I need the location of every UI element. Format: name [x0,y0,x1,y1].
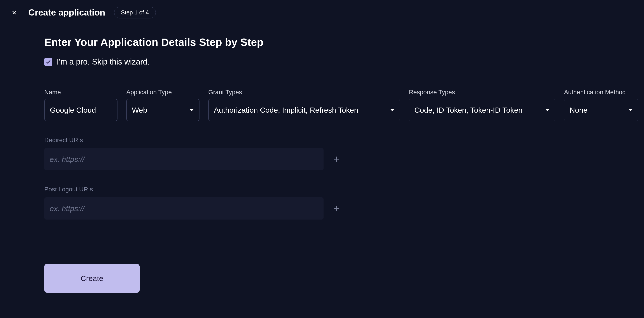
check-icon [46,59,51,65]
field-name-input[interactable] [44,99,118,121]
plus-icon [332,204,340,212]
redirect-uris-row [44,148,635,170]
field-auth-method-select[interactable]: None [564,99,638,121]
field-auth-method: Authentication Method None [564,89,638,121]
post-logout-uri-input[interactable] [44,197,324,219]
field-grant-types-select[interactable]: Authorization Code, Implicit, Refresh To… [208,99,400,121]
field-grant-types-value: Authorization Code, Implicit, Refresh To… [214,106,358,114]
redirect-uris-section: Redirect URIs [44,137,635,170]
page-title: Create application [28,8,105,18]
chevron-down-icon [628,109,633,111]
field-auth-method-label: Authentication Method [564,89,638,96]
chevron-down-icon [390,109,394,111]
field-name-label: Name [44,89,118,96]
post-logout-uris-label: Post Logout URIs [44,186,93,193]
step-badge: Step 1 of 4 [114,7,156,19]
skip-wizard-row: I'm a pro. Skip this wizard. [44,57,635,67]
add-post-logout-uri-button[interactable] [330,202,342,215]
field-response-types-label: Response Types [409,89,555,96]
field-auth-method-value: None [570,106,588,114]
redirect-uris-label: Redirect URIs [44,137,83,143]
redirect-uri-input[interactable] [44,148,324,170]
field-app-type-select[interactable]: Web [126,99,200,121]
field-name: Name [44,89,118,121]
form-subtitle: Enter Your Application Details Step by S… [44,36,635,48]
field-response-types-value: Code, ID Token, Token-ID Token [414,106,522,114]
post-logout-uris-section: Post Logout URIs [44,186,635,219]
field-response-types: Response Types Code, ID Token, Token-ID … [409,89,555,121]
field-app-type: Application Type Web [126,89,200,121]
field-response-types-select[interactable]: Code, ID Token, Token-ID Token [409,99,555,121]
close-button[interactable] [9,7,20,18]
chevron-down-icon [190,109,194,111]
chevron-down-icon [545,109,550,111]
field-grant-types-label: Grant Types [208,89,400,96]
skip-wizard-label: I'm a pro. Skip this wizard. [57,57,150,67]
plus-icon [332,155,340,163]
field-app-type-value: Web [132,106,147,114]
field-app-type-label: Application Type [126,89,200,96]
skip-wizard-checkbox[interactable] [44,58,52,66]
post-logout-uris-row [44,197,635,219]
close-icon [11,10,17,16]
content-area: Enter Your Application Details Step by S… [0,36,644,293]
form-row-main: Name Application Type Web Grant Types Au… [44,89,635,121]
create-button[interactable]: Create [44,264,140,293]
modal-header: Create application Step 1 of 4 [0,7,644,19]
field-grant-types: Grant Types Authorization Code, Implicit… [208,89,400,121]
add-redirect-uri-button[interactable] [330,153,342,165]
